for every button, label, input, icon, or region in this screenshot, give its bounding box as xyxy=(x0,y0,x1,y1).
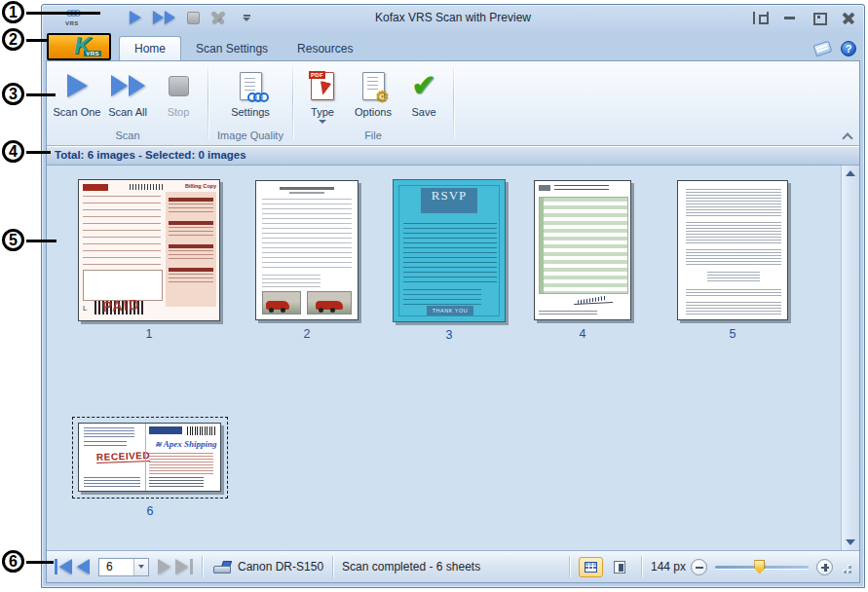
options-label: Options xyxy=(355,106,392,118)
thumbnail-size-slider[interactable] xyxy=(715,559,809,575)
stop-button: Stop xyxy=(153,63,204,118)
previous-page-button[interactable] xyxy=(77,559,90,574)
resize-grip[interactable] xyxy=(840,560,851,574)
scan-status-text: Scan completed - 6 sheets xyxy=(342,560,480,574)
thumbnail-number-6: 6 xyxy=(72,504,228,518)
vertical-scrollbar[interactable] xyxy=(841,166,859,550)
preview-view-button[interactable] xyxy=(608,557,632,577)
report-text-lines xyxy=(262,275,321,288)
title-bar[interactable]: Kofax VRS Scan with Preview VRS xyxy=(42,5,864,30)
quick-access-toolbar xyxy=(130,11,250,24)
text-paragraph xyxy=(686,189,781,216)
ribbon-tabs: Home Scan Settings Resources xyxy=(119,36,367,60)
quick-scan-all-icon[interactable] xyxy=(153,11,175,24)
thumbnail-grid-icon xyxy=(585,562,597,573)
callout-6-number: 6 xyxy=(9,553,18,571)
scroll-up-icon[interactable] xyxy=(846,170,855,176)
ribbon-separator xyxy=(292,66,293,139)
consignee-lines xyxy=(84,427,134,437)
text-paragraph xyxy=(686,249,781,267)
thumbnail-image-2[interactable] xyxy=(255,180,359,320)
callout-5-line xyxy=(26,240,57,242)
customize-toolbar-dropdown-icon[interactable] xyxy=(243,15,250,21)
settings-icon xyxy=(240,68,262,103)
thumbnail-panel[interactable]: Billing Copy PAID L 1 xyxy=(47,166,841,550)
vrs-logo-label: VRS xyxy=(84,51,101,56)
page-number-value[interactable]: 6 xyxy=(99,560,133,574)
bill-of-lading-bar xyxy=(149,426,182,434)
thumbnail-image-6[interactable]: RECEIVED Apex Shipping xyxy=(78,423,221,492)
help-question-icon[interactable]: ? xyxy=(841,41,856,56)
vrs-app-icon-label: VRS xyxy=(65,20,79,26)
billing-copy-label: Billing Copy xyxy=(185,183,216,189)
tab-resources[interactable]: Resources xyxy=(283,36,367,60)
collapse-ribbon-chevron-icon[interactable] xyxy=(844,132,850,139)
form-right-column xyxy=(166,192,216,307)
type-button[interactable]: PDF Type xyxy=(297,63,348,124)
scanner-name: Canon DR-S150 xyxy=(238,560,323,574)
ribbon-group-file: PDF Type ⚙ Options ✔ Save xyxy=(294,62,452,145)
scan-all-button[interactable]: Scan All xyxy=(102,63,153,118)
page-combo-dropdown-icon[interactable] xyxy=(133,559,148,575)
settings-label: Settings xyxy=(231,106,270,118)
tab-home[interactable]: Home xyxy=(119,36,181,60)
quick-scan-one-icon[interactable] xyxy=(130,11,141,24)
text-paragraph xyxy=(686,222,781,243)
ribbon-separator xyxy=(208,66,208,139)
quick-delete-icon xyxy=(211,11,225,24)
car-photo xyxy=(307,291,352,314)
scan-one-icon xyxy=(67,68,88,103)
ribbon: Scan One Scan All Stop Scan xyxy=(47,61,859,146)
thumbnail-image-1[interactable]: Billing Copy PAID L xyxy=(78,179,220,321)
first-page-button[interactable] xyxy=(55,559,72,574)
type-dropdown-arrow-icon[interactable] xyxy=(319,120,326,124)
received-stamp: RECEIVED xyxy=(96,450,151,463)
minimize-icon[interactable] xyxy=(782,12,798,24)
callout-3-number: 3 xyxy=(9,86,18,103)
fullscreen-toggle-icon[interactable] xyxy=(753,12,769,24)
image-quality-group-label: Image Quality xyxy=(217,129,283,145)
thumbnail-image-3[interactable]: RSVP THANK YOU xyxy=(393,179,506,322)
quick-stop-icon xyxy=(187,12,200,24)
centered-address-block xyxy=(707,272,760,283)
callout-2-number: 2 xyxy=(9,31,18,49)
options-button[interactable]: ⚙ Options xyxy=(348,63,398,118)
slider-thumb[interactable] xyxy=(754,560,765,574)
callout-5-number: 5 xyxy=(9,232,18,249)
signature-line xyxy=(574,297,613,305)
thumbnail-number-4: 4 xyxy=(534,327,631,341)
tab-scan-settings[interactable]: Scan Settings xyxy=(181,36,283,60)
dmv-logo-block xyxy=(539,185,550,191)
thumbnail-number-3: 3 xyxy=(393,328,506,342)
settings-button[interactable]: Settings xyxy=(225,63,276,118)
thumbnail-image-4[interactable] xyxy=(534,180,631,320)
zoom-out-button[interactable] xyxy=(691,559,707,575)
statusbar-separator xyxy=(569,556,570,577)
save-button[interactable]: ✔ Save xyxy=(398,63,449,118)
options-icon: ⚙ xyxy=(362,68,385,103)
application-menu-button[interactable]: K VRS xyxy=(47,33,111,60)
restore-icon[interactable] xyxy=(811,12,827,24)
stop-label: Stop xyxy=(168,106,190,118)
callout-5: 5 xyxy=(2,229,24,251)
page-number-combo[interactable]: 6 xyxy=(98,558,149,576)
tabrow-right-icons: ? xyxy=(814,41,856,56)
rsvp-header-block: RSVP xyxy=(421,188,477,213)
summary-bar: Total: 6 images - Selected: 0 images xyxy=(47,146,859,166)
save-check-icon: ✔ xyxy=(411,68,435,103)
ribbon-group-scan: Scan One Scan All Stop Scan xyxy=(49,62,207,145)
scroll-down-icon[interactable] xyxy=(846,539,855,545)
ribbon-group-image-quality: Settings Image Quality xyxy=(209,62,291,145)
scan-one-button[interactable]: Scan One xyxy=(52,63,102,118)
documentation-book-icon[interactable] xyxy=(813,41,833,57)
pdf-type-icon: PDF xyxy=(311,68,334,103)
zoom-in-button[interactable] xyxy=(816,559,833,575)
thumbnail-view-button[interactable] xyxy=(579,557,603,577)
stop-icon xyxy=(169,68,189,103)
column-divider xyxy=(145,424,146,491)
airway-logo-block xyxy=(83,184,108,191)
close-icon[interactable] xyxy=(841,12,856,24)
car-photo xyxy=(262,291,301,314)
callout-4-number: 4 xyxy=(9,143,18,161)
thumbnail-image-5[interactable] xyxy=(677,180,788,320)
